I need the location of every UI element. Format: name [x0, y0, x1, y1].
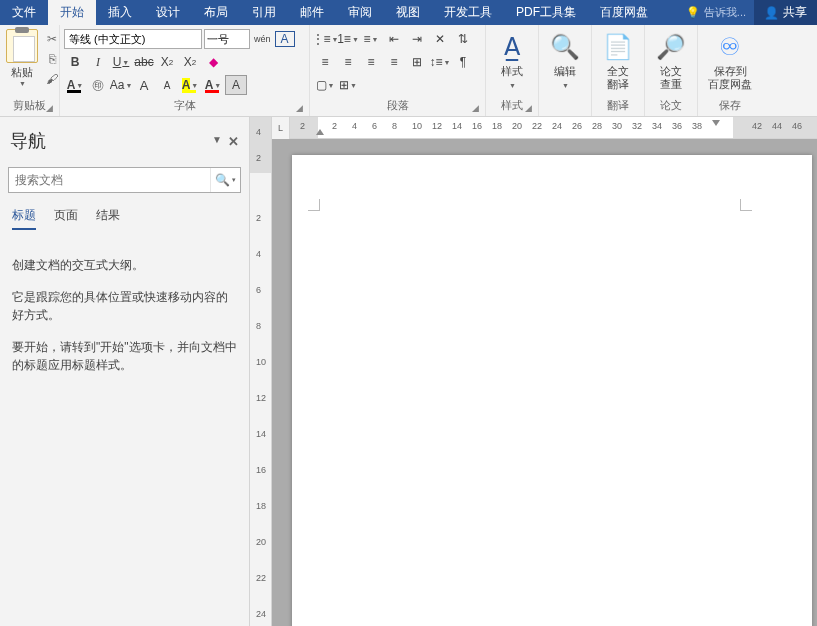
character-shading-button[interactable]: A — [225, 75, 247, 95]
menubar: 文件 开始 插入 设计 布局 引用 邮件 审阅 视图 开发工具 PDF工具集 百… — [0, 0, 817, 25]
text-direction-button[interactable]: ✕ — [429, 29, 451, 49]
font-name-input[interactable] — [64, 29, 202, 49]
align-center-button[interactable]: ≡ — [337, 52, 359, 72]
tab-mailings[interactable]: 邮件 — [288, 0, 336, 25]
tab-review[interactable]: 审阅 — [336, 0, 384, 25]
vertical-ruler[interactable]: 4 2 2 4 6 8 10 12 14 16 18 20 22 24 — [250, 117, 272, 626]
tell-me-label: 告诉我... — [704, 5, 746, 20]
character-border-button[interactable]: A — [275, 31, 295, 47]
group-thesis: 🔎 论文 查重 论文 — [645, 25, 698, 116]
nav-search-input[interactable] — [9, 168, 210, 192]
margin-corner-icon — [308, 199, 320, 211]
grow-font-button[interactable]: A — [133, 75, 155, 95]
tab-insert[interactable]: 插入 — [96, 0, 144, 25]
nav-dropdown-icon[interactable]: ▼ — [212, 134, 222, 149]
font-color-button[interactable]: A▼ — [202, 75, 224, 95]
paste-button[interactable]: 粘贴 ▼ — [4, 27, 40, 96]
nav-tabs: 标题 页面 结果 — [8, 207, 241, 238]
nav-search-button[interactable]: 🔍▾ — [210, 168, 240, 192]
italic-button[interactable]: I — [87, 52, 109, 72]
translate-button[interactable]: 📄 全文 翻译 — [596, 27, 640, 96]
margin-corner-icon — [740, 199, 752, 211]
tab-view[interactable]: 视图 — [384, 0, 432, 25]
tab-pdf[interactable]: PDF工具集 — [504, 0, 588, 25]
nav-tab-headings[interactable]: 标题 — [12, 207, 36, 230]
numbering-button[interactable]: 1≡▼ — [337, 29, 359, 49]
main-area: 导航 ▼ ✕ 🔍▾ 标题 页面 结果 创建文档的交互式大纲。 它是跟踪您的具体位… — [0, 117, 817, 626]
group-clipboard: 粘贴 ▼ ✂ ⎘ 🖌 剪贴板 ◢ — [0, 25, 60, 116]
highlight-button[interactable]: A▼ — [179, 75, 201, 95]
horizontal-ruler[interactable]: L 2 2 4 6 8 10 12 14 16 18 20 22 24 26 2… — [272, 117, 817, 139]
nav-close-icon[interactable]: ✕ — [228, 134, 239, 149]
clipboard-dialog-launcher[interactable]: ◢ — [46, 103, 56, 113]
tab-references[interactable]: 引用 — [240, 0, 288, 25]
strikethrough-button[interactable]: abc — [133, 52, 155, 72]
font-dialog-launcher[interactable]: ◢ — [296, 103, 306, 113]
tab-home[interactable]: 开始 — [48, 0, 96, 25]
distributed-button[interactable]: ⊞ — [406, 52, 428, 72]
first-line-indent-marker[interactable] — [316, 129, 324, 135]
align-right-button[interactable]: ≡ — [360, 52, 382, 72]
bold-button[interactable]: B — [64, 52, 86, 72]
font-size-input[interactable] — [204, 29, 250, 49]
editing-button[interactable]: 🔍 编辑▼ — [543, 27, 587, 99]
share-label: 共享 — [783, 4, 807, 21]
document-area: 4 2 2 4 6 8 10 12 14 16 18 20 22 24 L 2 … — [250, 117, 817, 626]
nav-body: 创建文档的交互式大纲。 它是跟踪您的具体位置或快速移动内容的好方式。 要开始，请… — [8, 238, 241, 406]
increase-indent-button[interactable]: ⇥ — [406, 29, 428, 49]
tab-design[interactable]: 设计 — [144, 0, 192, 25]
find-icon: 🔍 — [549, 31, 581, 63]
styles-icon: A̲ — [496, 31, 528, 63]
editing-group-label — [543, 99, 587, 116]
subscript-button[interactable]: X2 — [156, 52, 178, 72]
nav-help-text-3: 要开始，请转到"开始"选项卡，并向文档中的标题应用标题样式。 — [12, 338, 237, 374]
line-spacing-button[interactable]: ↕≡▼ — [429, 52, 451, 72]
styles-dialog-launcher[interactable]: ◢ — [525, 103, 535, 113]
justify-button[interactable]: ≡ — [383, 52, 405, 72]
clear-formatting-button[interactable]: ◆ — [202, 52, 224, 72]
navigation-pane: 导航 ▼ ✕ 🔍▾ 标题 页面 结果 创建文档的交互式大纲。 它是跟踪您的具体位… — [0, 117, 250, 626]
tab-baidu[interactable]: 百度网盘 — [588, 0, 660, 25]
paragraph-dialog-launcher[interactable]: ◢ — [472, 103, 482, 113]
superscript-button[interactable]: X2 — [179, 52, 201, 72]
nav-tab-results[interactable]: 结果 — [96, 207, 120, 230]
text-effects-button[interactable]: A▼ — [64, 75, 86, 95]
decrease-indent-button[interactable]: ⇤ — [383, 29, 405, 49]
share-button[interactable]: 👤 共享 — [754, 0, 817, 25]
shrink-font-button[interactable]: A — [156, 75, 178, 95]
show-marks-button[interactable]: ¶ — [452, 52, 474, 72]
thesis-check-button[interactable]: 🔎 论文 查重 — [649, 27, 693, 96]
tab-layout[interactable]: 布局 — [192, 0, 240, 25]
tab-selector[interactable]: L — [272, 117, 290, 139]
right-indent-marker[interactable] — [712, 120, 720, 126]
document-scroll-area[interactable] — [272, 139, 817, 626]
page[interactable] — [292, 155, 812, 626]
bullets-button[interactable]: ⋮≡▼ — [314, 29, 336, 49]
group-styles: A̲ 样式▼ 样式 ◢ — [486, 25, 539, 116]
nav-tab-pages[interactable]: 页面 — [54, 207, 78, 230]
tab-file[interactable]: 文件 — [0, 0, 48, 25]
multilevel-list-button[interactable]: ≡▼ — [360, 29, 382, 49]
sort-button[interactable]: ⇅ — [452, 29, 474, 49]
tab-developer[interactable]: 开发工具 — [432, 0, 504, 25]
ribbon: 粘贴 ▼ ✂ ⎘ 🖌 剪贴板 ◢ wén A B — [0, 25, 817, 117]
align-left-button[interactable]: ≡ — [314, 52, 336, 72]
magnifier-doc-icon: 🔎 — [655, 31, 687, 63]
font-group-label: 字体 — [64, 96, 305, 116]
phonetic-guide-button[interactable]: wén — [252, 29, 273, 49]
format-painter-button[interactable]: 🖌 — [44, 71, 60, 87]
borders-button[interactable]: ⊞▼ — [337, 75, 359, 95]
underline-button[interactable]: U▼ — [110, 52, 132, 72]
lightbulb-icon: 💡 — [686, 6, 700, 19]
group-font: wén A B I U▼ abc X2 X2 ◆ A▼ ㊞ Aa▼ A — [60, 25, 310, 116]
enclose-characters-button[interactable]: ㊞ — [87, 75, 109, 95]
save-to-baidu-button[interactable]: ♾ 保存到 百度网盘 — [702, 27, 758, 96]
tell-me[interactable]: 💡 告诉我... — [678, 0, 754, 25]
copy-button[interactable]: ⎘ — [44, 51, 60, 67]
paste-icon — [6, 29, 38, 63]
shading-button[interactable]: ▢▼ — [314, 75, 336, 95]
cut-button[interactable]: ✂ — [44, 31, 60, 47]
styles-button[interactable]: A̲ 样式▼ — [490, 27, 534, 96]
change-case-button[interactable]: Aa▼ — [110, 75, 132, 95]
chevron-down-icon: ▼ — [19, 80, 26, 87]
